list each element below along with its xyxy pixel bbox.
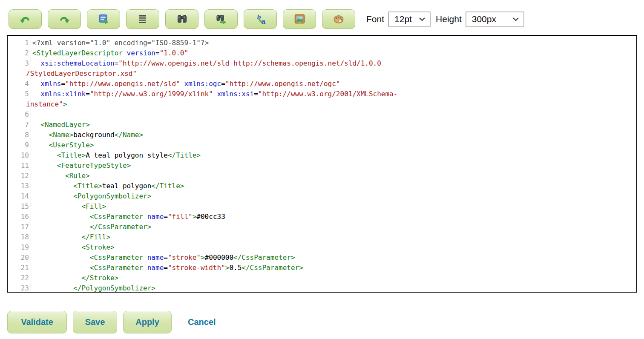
line-number: 20 [8, 253, 29, 263]
code-line: <CssParameter name="stroke-width">0.5</C… [29, 263, 303, 273]
code-line: <NamedLayer> [29, 120, 90, 130]
word-wrap-icon [137, 14, 148, 25]
line-number: 16 [8, 212, 29, 222]
code-line [29, 109, 32, 120]
syntax-highlight-button[interactable] [283, 9, 316, 29]
line-number: 12 [8, 171, 29, 181]
editor-height-select[interactable]: 300px [466, 11, 524, 27]
code-row: 15 <Fill> [8, 201, 636, 212]
code-line: <FeatureTypeStyle> [29, 161, 131, 171]
line-number: 9 [8, 140, 29, 150]
code-row: 23 </PolygonSymbolizer> [8, 283, 636, 293]
line-number: 22 [8, 273, 29, 283]
font-size-label: Font [366, 14, 384, 24]
code-line: <CssParameter name="fill">#00cc33 [29, 212, 225, 222]
action-bar: Validate Save Apply Cancel [7, 311, 644, 333]
code-row: 20 <CssParameter name="stroke">#000000</… [8, 253, 636, 263]
code-line: <Name>background</Name> [29, 130, 143, 140]
line-number: 15 [8, 201, 29, 212]
code-row: 10 <Title>A teal polygon style</Title> [8, 150, 636, 161]
search-replace-icon [216, 14, 227, 25]
code-row: 9 <UserStyle> [8, 140, 636, 150]
code-line: xmlns:xlink="http://www.w3.org/1999/xlin… [29, 89, 397, 99]
code-line: <UserStyle> [29, 140, 94, 150]
svg-text:a: a [261, 17, 266, 25]
code-row: 3 xsi:schemaLocation="http://www.opengis… [8, 58, 636, 69]
code-line: </PolygonSymbolizer> [29, 283, 155, 293]
code-row: 8 <Name>background</Name> [8, 130, 636, 140]
code-line: <?xml version="1.0" encoding="ISO-8859-1… [29, 38, 209, 48]
code-row: instance"> [8, 99, 636, 109]
code-row: 16 <CssParameter name="fill">#00cc33 [8, 212, 636, 222]
line-number: 4 [8, 79, 29, 89]
apply-button[interactable]: Apply [123, 311, 172, 333]
redo-button[interactable] [48, 9, 81, 29]
code-line: <Fill> [29, 201, 106, 212]
line-number: 11 [8, 161, 29, 171]
line-number: 2 [8, 48, 29, 58]
code-row: 14 <PolygonSymbolizer> [8, 191, 636, 201]
validate-button[interactable]: Validate [7, 311, 67, 333]
line-number: 21 [8, 263, 29, 273]
line-number: 10 [8, 150, 29, 161]
line-number: 5 [8, 89, 29, 99]
search-button[interactable] [165, 9, 198, 29]
code-row: 19 <Stroke> [8, 242, 636, 253]
goto-line-button[interactable] [87, 9, 120, 29]
code-row: 12 <Rule> [8, 171, 636, 181]
code-line: <StyledLayerDescriptor version="1.0.0" [29, 48, 188, 58]
code-line: xmlns="http://www.opengis.net/sld" xmlns… [29, 79, 340, 89]
reset-highlight-button[interactable] [322, 9, 355, 29]
code-line: <Rule> [29, 171, 90, 181]
word-wrap-button[interactable] [126, 9, 159, 29]
search-icon [176, 14, 188, 25]
chevron-down-icon [419, 17, 425, 21]
line-number: 17 [8, 222, 29, 232]
code-row: 17 </CssParameter> [8, 222, 636, 232]
code-row: 21 <CssParameter name="stroke-width">0.5… [8, 263, 636, 273]
code-row: /StyledLayerDescriptor.xsd" [8, 69, 636, 79]
code-row: 13 <Title>teal polygon</Title> [8, 181, 636, 191]
code-row: 6 [8, 109, 636, 120]
line-number: 23 [8, 283, 29, 293]
code-line: <PolygonSymbolizer> [29, 191, 151, 201]
editor-rows: 1<?xml version="1.0" encoding="ISO-8859-… [8, 38, 636, 293]
editor-height-label: Height [436, 14, 462, 24]
save-button[interactable]: Save [73, 311, 117, 333]
palette-icon [333, 14, 345, 25]
code-row: 7 <NamedLayer> [8, 120, 636, 130]
code-row: 18 </Fill> [8, 232, 636, 242]
line-number: 14 [8, 191, 29, 201]
code-line: <Title>teal polygon</Title> [29, 181, 184, 191]
code-line: <CssParameter name="stroke">#000000</Css… [29, 253, 295, 263]
save-button-label: Save [85, 317, 105, 327]
font-size-select[interactable]: 12pt [388, 11, 431, 27]
code-row: 1<?xml version="1.0" encoding="ISO-8859-… [8, 38, 636, 48]
code-editor-textarea[interactable]: 1<?xml version="1.0" encoding="ISO-8859-… [7, 35, 637, 293]
redo-icon [58, 14, 70, 25]
goto-line-icon [98, 14, 109, 25]
replace-selection-button[interactable]: b a [244, 9, 277, 29]
code-line: /StyledLayerDescriptor.xsd" [23, 69, 137, 79]
validate-button-label: Validate [21, 317, 53, 327]
cancel-link[interactable]: Cancel [188, 317, 216, 327]
line-number: 18 [8, 232, 29, 242]
code-line: <Title>A teal polygon style</Title> [29, 150, 201, 161]
editor-toolbar: b a [0, 0, 644, 30]
editor-height-value: 300px [472, 14, 496, 24]
code-row: 11 <FeatureTypeStyle> [8, 161, 636, 171]
sld-style-editor: b a [0, 0, 644, 333]
image-highlight-icon [294, 14, 305, 25]
line-number: 7 [8, 120, 29, 130]
chevron-down-icon [513, 17, 519, 21]
code-line: </Stroke> [29, 273, 118, 283]
apply-button-label: Apply [135, 317, 159, 327]
code-line: </CssParameter> [29, 222, 151, 232]
code-line: instance"> [23, 99, 67, 109]
line-number: 8 [8, 130, 29, 140]
code-line: <Stroke> [29, 242, 115, 253]
undo-button[interactable] [9, 9, 42, 29]
code-line: </Fill> [29, 232, 110, 242]
search-replace-button[interactable] [204, 9, 238, 29]
code-row: 5 xmlns:xlink="http://www.w3.org/1999/xl… [8, 89, 636, 99]
